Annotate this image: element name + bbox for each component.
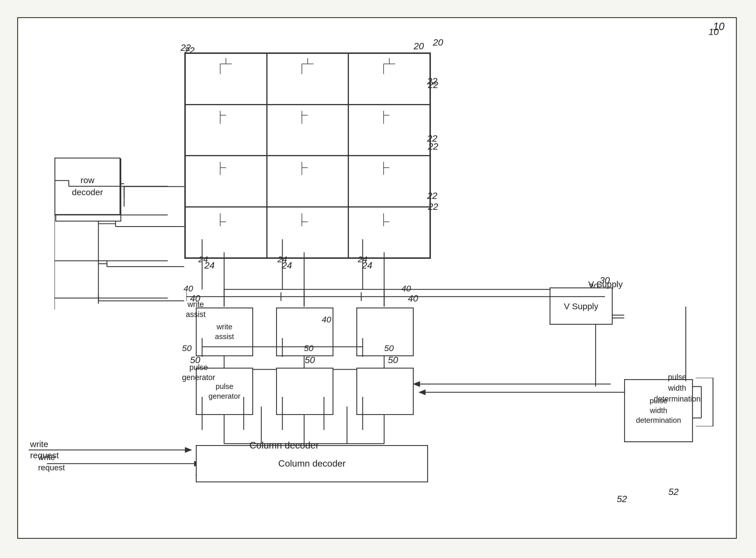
ref-50-0-outer: 50 — [182, 343, 192, 353]
pulse-generator-text: pulsegenerator — [182, 362, 215, 383]
ref-24-0-outer: 24 — [198, 254, 208, 264]
ref-40-2-outer: 40 — [401, 284, 411, 294]
pulse-width-det-text: pulsewidthdetermination — [646, 372, 709, 404]
ref-40-0-outer: 40 — [183, 284, 193, 294]
svg-marker-73 — [185, 447, 192, 453]
ref-40-1-outer: 40 — [322, 315, 331, 324]
column-decoder-text: Column decoder — [249, 440, 319, 451]
ref-20: 20 — [414, 41, 424, 52]
v-supply-box: V Supply — [550, 287, 613, 325]
ref-50-2-outer: 50 — [384, 343, 394, 353]
ref-52-outer: 52 — [668, 487, 679, 497]
outer-border: 10 20 22 22 22 22 24 24 24 30 40 40 40 5… — [17, 17, 737, 539]
ref-20-outer: 20 — [433, 37, 443, 48]
svg-marker-36 — [419, 389, 426, 395]
memory-cell-r3c1 — [185, 156, 267, 207]
memory-cell-r2c1 — [185, 105, 267, 156]
ref-50-mid: 50 — [305, 355, 315, 365]
memory-cell-r1c1 — [185, 53, 267, 105]
memory-cell-r3c3 — [348, 156, 430, 207]
pulse-generator-box-mid — [276, 368, 333, 415]
v-supply-label: V Supply — [564, 301, 598, 312]
memory-cell-r4c2 — [267, 207, 349, 258]
memory-cell-r4c3 — [348, 207, 430, 258]
memory-array — [184, 52, 431, 259]
memory-cell-r2c2 — [267, 105, 349, 156]
memory-cell-r2c3 — [348, 105, 430, 156]
ref-50-1-outer: 50 — [304, 343, 313, 353]
row-decoder-main-box: rowdecoder — [54, 158, 120, 215]
v-supply-text: V Supply — [588, 279, 623, 289]
row-decoder-main-label: rowdecoder — [72, 174, 103, 198]
write-request-arrow — [29, 444, 201, 456]
memory-cell-r4c1 — [185, 207, 267, 258]
column-decoder-label: Column decoder — [278, 458, 346, 470]
ref-22-1-outer: 22 — [427, 76, 437, 86]
ref-22-2-outer: 22 — [427, 133, 437, 144]
memory-cell-r3c2 — [267, 156, 349, 207]
pulse-generator-label: pulse generator — [208, 382, 240, 401]
ref-10-outer: 10 — [713, 21, 725, 33]
pulse-generator-box-right — [356, 368, 414, 415]
ref-24-1-outer: 24 — [278, 254, 287, 264]
memory-cell-r1c3 — [348, 53, 430, 105]
ref-52: 52 — [617, 494, 627, 504]
memory-cell-r1c2 — [267, 53, 349, 105]
write-assist-label-left: write assist — [215, 322, 234, 341]
ref-22-0-outer: 22 — [181, 43, 191, 53]
ref-22-3-outer: 22 — [427, 191, 437, 201]
ref-24-2-outer: 24 — [358, 254, 367, 264]
write-assist-text: writeassist — [186, 300, 206, 320]
ref-40-right: 40 — [408, 293, 418, 304]
ref-50-right: 50 — [388, 355, 398, 365]
